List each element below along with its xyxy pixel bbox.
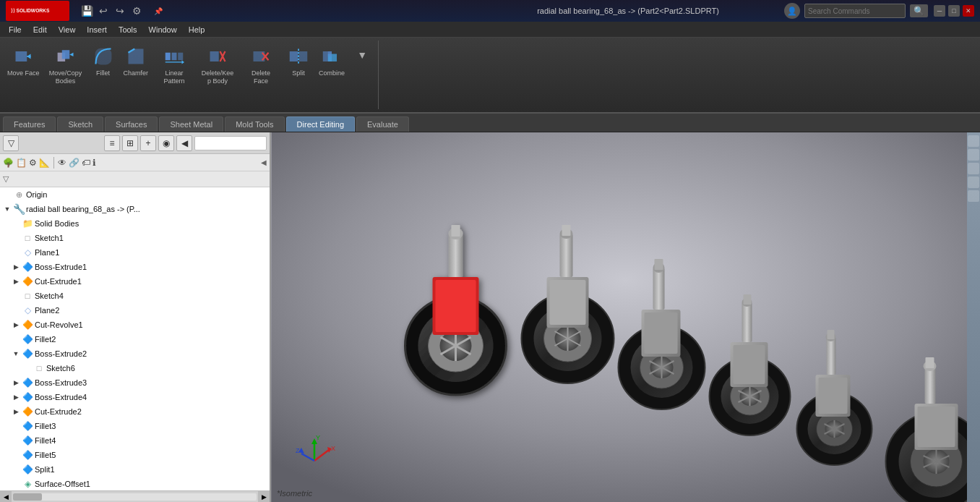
- linear-pattern-button[interactable]: Linear Pattern: [152, 42, 196, 88]
- settings-icon[interactable]: ⚙: [129, 4, 144, 18]
- expander-cut-extrude1[interactable]: ▶: [12, 277, 20, 286]
- tree-item-boss-extrude4[interactable]: ▶ 🔷 Boss-Extrude4: [0, 390, 270, 404]
- dim-expert-icon[interactable]: 📐: [39, 158, 50, 168]
- save-icon[interactable]: 💾: [79, 4, 94, 18]
- tree-item-plane2[interactable]: ◇ Plane2: [0, 303, 270, 318]
- scroll-left-button[interactable]: ◀: [0, 491, 12, 503]
- combine-label: Combine: [319, 69, 345, 77]
- sketch1-icon: □: [22, 232, 33, 244]
- tree-item-plane1[interactable]: ◇ Plane1: [0, 245, 270, 260]
- redo-icon[interactable]: ↪: [113, 4, 127, 18]
- rp-btn-1[interactable]: [968, 135, 979, 147]
- toolbar-pin[interactable]: 📌: [154, 7, 163, 15]
- tree-item-cut-extrude1[interactable]: ▶ 🔶 Cut-Extrude1: [0, 274, 270, 289]
- rp-btn-4[interactable]: [968, 176, 979, 188]
- close-button[interactable]: ✕: [963, 5, 974, 17]
- search-input[interactable]: [804, 4, 906, 18]
- tab-features[interactable]: Features: [3, 116, 56, 132]
- move-face-button[interactable]: Move Face: [3, 42, 44, 80]
- undo-icon[interactable]: ↩: [96, 4, 111, 18]
- expander-boss-extrude4[interactable]: ▶: [12, 393, 20, 401]
- menu-tools[interactable]: Tools: [113, 24, 143, 35]
- expander-boss-extrude3[interactable]: ▶: [12, 378, 20, 387]
- scroll-right-button[interactable]: ▶: [258, 491, 270, 503]
- property-icon[interactable]: 📋: [16, 158, 27, 168]
- delete-keep-icon: [206, 45, 229, 68]
- expand-button[interactable]: ◉: [158, 135, 174, 151]
- delete-keep-body-button[interactable]: Delete/Keep Body: [196, 42, 239, 88]
- move-copy-bodies-button[interactable]: Move/Copy Bodies: [44, 42, 87, 88]
- tree-item-fillet3[interactable]: 🔷 Fillet3: [0, 419, 270, 433]
- tab-direct-editing[interactable]: Direct Editing: [286, 116, 355, 132]
- user-avatar[interactable]: 👤: [784, 3, 800, 19]
- tree-item-fillet2[interactable]: 🔷 Fillet2: [0, 332, 270, 346]
- tree-item-fillet5[interactable]: 🔷 Fillet5: [0, 448, 270, 462]
- tree-item-sketch4[interactable]: □ Sketch4: [0, 289, 270, 303]
- tab-evaluate[interactable]: Evaluate: [356, 116, 409, 132]
- scroll-thumb[interactable]: [13, 493, 42, 501]
- split-button[interactable]: Split: [283, 42, 314, 80]
- freeze-button[interactable]: ◀: [176, 135, 192, 151]
- search-filter-field[interactable]: [194, 136, 267, 150]
- magnet-icon[interactable]: 🔗: [69, 158, 79, 168]
- minimize-button[interactable]: ─: [934, 5, 945, 17]
- expander-boss-extrude1[interactable]: ▶: [12, 263, 20, 271]
- expander-assembly[interactable]: ▼: [3, 205, 12, 213]
- menu-file[interactable]: File: [3, 24, 27, 35]
- tree-item-fillet4[interactable]: 🔷 Fillet4: [0, 433, 270, 448]
- tree-item-sketch6[interactable]: □ Sketch6: [0, 361, 270, 375]
- tree-item-cut-revolve1[interactable]: ▶ 🔶 Cut-Revolve1: [0, 318, 270, 332]
- delete-face-button[interactable]: Delete Face: [239, 42, 283, 88]
- expander-cut-revolve1[interactable]: ▶: [12, 320, 20, 329]
- chamfer-button[interactable]: Chamfer: [119, 42, 153, 80]
- tree-item-cut-extrude2[interactable]: ▶ 🔶 Cut-Extrude2: [0, 404, 270, 419]
- maximize-button[interactable]: □: [948, 5, 960, 17]
- feature-tree-icon[interactable]: 🌳: [3, 158, 14, 168]
- sketch1-label: Sketch1: [35, 234, 64, 242]
- tree-view-button[interactable]: ⊞: [122, 135, 138, 151]
- rp-btn-5[interactable]: [968, 190, 979, 202]
- tree-item-split1[interactable]: 🔷 Split1: [0, 462, 270, 477]
- menu-window[interactable]: Window: [143, 24, 183, 35]
- tab-sheet-metal[interactable]: Sheet Metal: [159, 116, 223, 132]
- tag-icon[interactable]: 🏷: [82, 158, 90, 168]
- tree-item-boss-extrude3[interactable]: ▶ 🔷 Boss-Extrude3: [0, 375, 270, 390]
- expander-cut-extrude2[interactable]: ▶: [12, 407, 20, 416]
- tree-item-surface-offset1[interactable]: ◈ Surface-Offset1: [0, 477, 270, 490]
- menu-edit[interactable]: Edit: [27, 24, 53, 35]
- properties-button[interactable]: ≡: [104, 135, 120, 151]
- menu-view[interactable]: View: [53, 24, 82, 35]
- svg-rect-84: [819, 378, 848, 414]
- fillet2-label: Fillet2: [35, 335, 56, 344]
- search-icon[interactable]: 🔍: [910, 4, 928, 17]
- tab-sketch[interactable]: Sketch: [57, 116, 103, 132]
- panel-collapse-arrow[interactable]: ◀: [261, 158, 267, 166]
- rp-btn-3[interactable]: [968, 163, 979, 174]
- tree-item-origin[interactable]: ⊕ Origin: [0, 187, 270, 202]
- tab-mold-tools[interactable]: Mold Tools: [225, 116, 284, 132]
- tree-item-solid-bodies[interactable]: 📁 Solid Bodies: [0, 216, 270, 231]
- collapse-button[interactable]: +: [140, 135, 156, 151]
- eye-icon[interactable]: 👁: [58, 158, 66, 168]
- tree-item-sketch1[interactable]: □ Sketch1: [0, 231, 270, 245]
- tree-item-assembly[interactable]: ▼ 🔧 radial ball bearing_68_as -> (P...: [0, 202, 270, 216]
- svg-rect-61: [653, 268, 665, 310]
- tree-item-boss-extrude2[interactable]: ▼ 🔷 Boss-Extrude2: [0, 346, 270, 361]
- combine-button[interactable]: Combine: [314, 42, 349, 80]
- tab-surfaces[interactable]: Surfaces: [105, 116, 158, 132]
- menu-insert[interactable]: Insert: [81, 24, 113, 35]
- filter-button[interactable]: ▽: [3, 135, 19, 151]
- 3d-viewport[interactable]: ⊞ 🔎 ◑ □ ⊡ ⟂ ⊙ ⊖ ⇕ 🌟 ◐ 💡 📷 ≡ 🎨 ⬛ ⊕ 📏 ⊡: [271, 132, 980, 502]
- rp-btn-2[interactable]: [968, 149, 979, 161]
- config-icon[interactable]: ⚙: [29, 158, 37, 168]
- expander-boss-extrude2[interactable]: ▼: [12, 349, 20, 358]
- fillet-button[interactable]: Fillet: [87, 42, 119, 80]
- expander-sketch4: [12, 292, 20, 300]
- more-tools-button[interactable]: ▼: [349, 42, 375, 69]
- feature-tree[interactable]: ⊕ Origin ▼ 🔧 radial ball bearing_68_as -…: [0, 187, 270, 490]
- scroll-track[interactable]: [13, 493, 257, 501]
- horizontal-scrollbar[interactable]: ◀ ▶: [0, 490, 270, 502]
- menu-help[interactable]: Help: [183, 24, 211, 35]
- tree-item-boss-extrude1[interactable]: ▶ 🔷 Boss-Extrude1: [0, 260, 270, 274]
- info-icon[interactable]: ℹ: [93, 158, 96, 168]
